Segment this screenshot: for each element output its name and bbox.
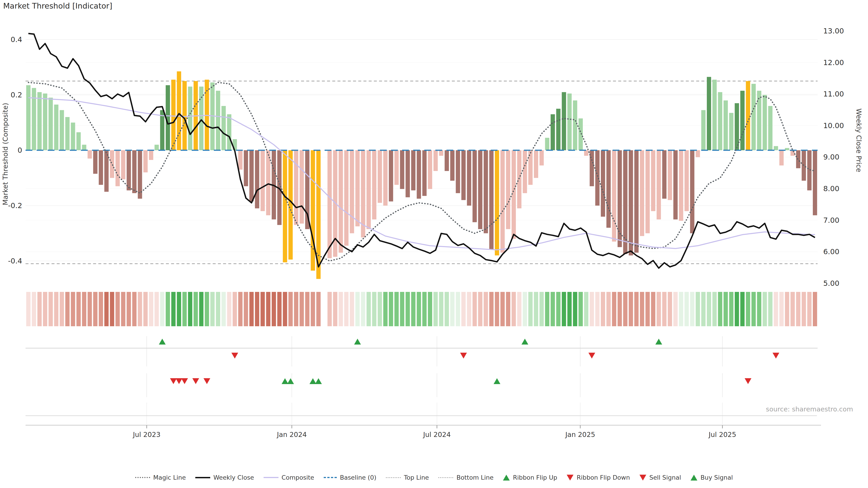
dotted-gray-line-swatch <box>438 477 453 478</box>
legend-item-buy-signal: Buy Signal <box>690 474 733 481</box>
left-axis-title: Market Threshold (Composite) <box>1 103 9 205</box>
panel-separators <box>26 348 817 416</box>
chart-canvas: Jul 2023Jan 2024Jul 2024Jan 2025Jul 2025… <box>0 0 868 488</box>
triangle-down-icon <box>567 475 574 481</box>
legend-label: Ribbon Flip Down <box>577 474 630 481</box>
triangle-up-icon <box>690 475 698 481</box>
right-axis-title: Weekly Close Price <box>855 108 863 172</box>
legend-label: Composite <box>282 474 314 481</box>
solid-lavender-line-swatch <box>264 477 278 478</box>
ribbon-flip-down-markers <box>231 353 779 359</box>
chart-legend: Magic LineWeekly CloseCompositeBaseline … <box>0 474 868 481</box>
legend-label: Magic Line <box>153 474 186 481</box>
right-tick-label: 5.00 <box>823 279 839 288</box>
x-axis: Jul 2023Jan 2024Jul 2024Jan 2025Jul 2025 <box>26 425 821 438</box>
triangle-down-icon <box>640 475 646 481</box>
legend-label: Baseline (0) <box>340 474 376 481</box>
right-tick-label: 9.00 <box>823 153 839 161</box>
left-axis-ticks: 0.40.20-0.2-0.4 <box>8 35 22 265</box>
legend-label: Bottom Line <box>456 474 493 481</box>
legend-label: Weekly Close <box>213 474 254 481</box>
right-tick-label: 12.00 <box>823 58 844 67</box>
legend-label: Top Line <box>404 474 429 481</box>
left-tick-label: 0.2 <box>11 91 22 99</box>
legend-item-ribbon-flip-down: Ribbon Flip Down <box>567 474 630 481</box>
legend-item-bottom-line: Bottom Line <box>438 474 493 481</box>
legend-item-ribbon-flip-up: Ribbon Flip Up <box>503 474 557 481</box>
trend-ribbon-strip <box>26 292 817 326</box>
x-tick-label: Jul 2024 <box>423 431 451 438</box>
legend-item-sell-signal: Sell Signal <box>640 474 681 481</box>
legend-label: Buy Signal <box>701 474 733 481</box>
legend-item-magic-line: Magic Line <box>135 474 186 481</box>
right-tick-label: 7.00 <box>823 216 839 225</box>
legend-item-baseline-0-: Baseline (0) <box>324 474 376 481</box>
legend-item-weekly-close: Weekly Close <box>195 474 254 481</box>
left-tick-label: 0 <box>18 146 22 155</box>
right-tick-label: 10.00 <box>823 121 844 130</box>
x-tick-label: Jan 2024 <box>276 431 307 438</box>
triangle-up-icon <box>503 475 510 481</box>
sell-signal-markers <box>170 378 751 384</box>
right-tick-label: 8.00 <box>823 184 839 193</box>
right-tick-label: 13.00 <box>823 27 844 35</box>
composite-threshold-bars <box>26 71 817 279</box>
legend-item-composite: Composite <box>264 474 314 481</box>
dotted-gray-line-swatch <box>386 477 401 478</box>
left-tick-label: -0.2 <box>8 201 22 210</box>
signal-panel-gridlines <box>147 336 722 424</box>
market-threshold-indicator-page: Market Threshold [Indicator] Jul 2023Jan… <box>0 0 868 488</box>
right-tick-label: 11.00 <box>823 90 844 98</box>
right-tick-label: 6.00 <box>823 248 839 256</box>
dashed-blue-line-swatch <box>324 477 337 478</box>
legend-label: Ribbon Flip Up <box>513 474 557 481</box>
ribbon-flip-up-markers <box>159 339 662 345</box>
solid-black-line-swatch <box>195 477 210 478</box>
dotted-dark-line-swatch <box>135 477 150 478</box>
right-axis-ticks: 13.0012.0011.0010.009.008.007.006.005.00 <box>823 27 844 288</box>
x-tick-label: Jul 2023 <box>132 431 160 438</box>
legend-item-top-line: Top Line <box>386 474 429 481</box>
x-tick-label: Jul 2025 <box>708 431 736 438</box>
left-tick-label: 0.4 <box>11 35 22 44</box>
x-tick-label: Jan 2025 <box>565 431 595 438</box>
source-credit: source: sharemaestro.com <box>766 405 853 413</box>
buy-signal-markers <box>282 378 500 384</box>
left-tick-label: -0.4 <box>8 257 22 265</box>
legend-label: Sell Signal <box>649 474 681 481</box>
